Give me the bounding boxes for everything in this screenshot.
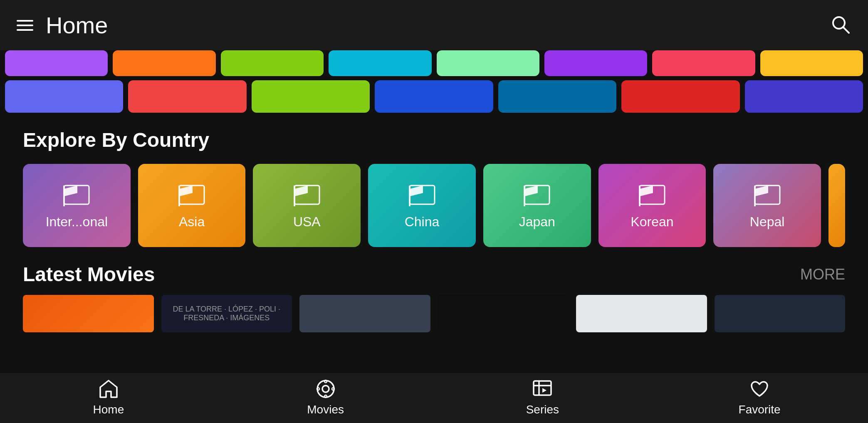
series-icon — [532, 378, 553, 400]
color-bar — [621, 80, 739, 113]
color-bar — [5, 50, 108, 76]
nav-favorite-label: Favorite — [739, 403, 781, 416]
country-card-usa[interactable]: USA — [253, 164, 361, 247]
country-cards-container: Inter...onal Asia USA China Japan Korean… — [0, 164, 868, 247]
movie-thumb[interactable]: DE LA TORRE · LÓPEZ · POLI · FRESNEDA · … — [161, 295, 292, 332]
color-bar — [760, 50, 863, 76]
color-bar — [652, 50, 755, 76]
flag-icon — [751, 181, 784, 208]
country-card-asia[interactable]: Asia — [138, 164, 246, 247]
country-label: Korean — [631, 214, 673, 230]
country-card-korean[interactable]: Korean — [598, 164, 706, 247]
latest-movies-section: Latest Movies MORE — [0, 247, 868, 295]
movie-thumb[interactable] — [23, 295, 154, 332]
svg-line-1 — [843, 27, 849, 33]
svg-marker-25 — [542, 388, 547, 393]
movie-thumb[interactable] — [299, 295, 430, 332]
color-bar — [498, 80, 616, 113]
country-label: Nepal — [750, 214, 785, 230]
movie-thumb[interactable] — [438, 295, 569, 332]
movie-thumb[interactable] — [715, 295, 846, 332]
search-icon — [830, 14, 851, 35]
flag-icon — [520, 181, 554, 208]
country-label: USA — [293, 214, 321, 230]
country-card-china[interactable]: China — [368, 164, 476, 247]
flag-icon — [60, 181, 93, 208]
favorite-icon — [749, 378, 770, 400]
color-bar — [113, 50, 215, 76]
flag-icon — [175, 181, 208, 208]
country-label: Asia — [179, 214, 205, 230]
color-bar — [5, 80, 123, 113]
svg-point-17 — [322, 386, 329, 392]
color-bar — [128, 80, 246, 113]
bottom-nav: Home Movies Series — [0, 373, 868, 423]
nav-series-label: Series — [526, 403, 559, 416]
country-card-nepal[interactable]: Nepal — [713, 164, 821, 247]
explore-section-title: Explore By Country — [0, 113, 868, 164]
page-title: Home — [46, 12, 108, 39]
svg-point-19 — [324, 395, 327, 398]
bars-row-2 — [0, 80, 868, 113]
home-icon — [98, 378, 119, 400]
more-link[interactable]: MORE — [800, 266, 845, 283]
nav-home-label: Home — [93, 403, 124, 416]
color-bar — [375, 80, 493, 113]
color-bar — [329, 50, 431, 76]
country-card-extra[interactable] — [828, 164, 845, 247]
movie-thumb[interactable] — [576, 295, 707, 332]
svg-point-20 — [317, 388, 319, 390]
search-button[interactable] — [830, 14, 851, 37]
top-bars-section — [0, 50, 868, 113]
movies-icon — [315, 378, 336, 400]
nav-movies-label: Movies — [307, 403, 344, 416]
country-card-japan[interactable]: Japan — [483, 164, 591, 247]
color-bar — [252, 80, 370, 113]
color-bar — [221, 50, 324, 76]
nav-series[interactable]: Series — [434, 378, 651, 416]
nav-favorite[interactable]: Favorite — [651, 378, 868, 416]
color-bar — [745, 80, 863, 113]
svg-point-18 — [324, 380, 327, 383]
country-label: China — [405, 214, 440, 230]
svg-point-21 — [332, 388, 334, 390]
nav-movies[interactable]: Movies — [217, 378, 434, 416]
latest-movies-title: Latest Movies — [23, 263, 155, 286]
menu-button[interactable] — [17, 20, 33, 31]
country-card-international[interactable]: Inter...onal — [23, 164, 131, 247]
movie-strip: DE LA TORRE · LÓPEZ · POLI · FRESNEDA · … — [0, 295, 868, 332]
country-label: Inter...onal — [46, 214, 108, 230]
explore-section: Explore By Country Inter...onal Asia USA… — [0, 113, 868, 247]
header-left: Home — [17, 12, 108, 39]
color-bar — [437, 50, 539, 76]
nav-home[interactable]: Home — [0, 378, 217, 416]
header: Home — [0, 0, 868, 50]
bars-row-1 — [0, 50, 868, 76]
flag-icon — [290, 181, 324, 208]
color-bar — [544, 50, 647, 76]
flag-icon — [406, 181, 439, 208]
country-label: Japan — [519, 214, 555, 230]
flag-icon — [636, 181, 669, 208]
